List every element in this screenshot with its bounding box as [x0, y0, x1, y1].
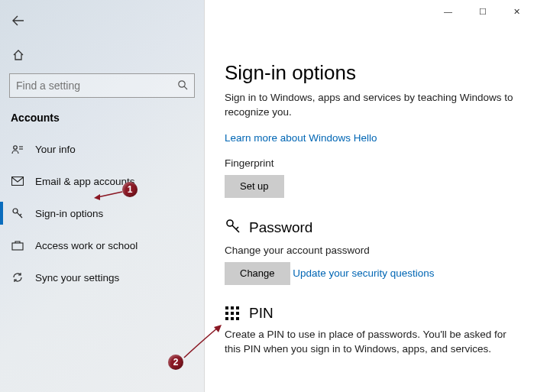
pin-heading: PIN — [225, 305, 514, 322]
back-button[interactable] — [3, 6, 34, 35]
search-box[interactable] — [9, 73, 195, 98]
sidebar-item-work-school[interactable]: Access work or school — [0, 229, 204, 261]
mail-icon — [11, 177, 24, 186]
fingerprint-label: Fingerprint — [225, 157, 514, 169]
svg-line-1 — [184, 86, 187, 89]
sync-icon — [11, 271, 24, 283]
content-pane: — ☐ ✕ Sign-in options Sign in to Windows… — [205, 0, 534, 392]
security-questions-link[interactable]: Update your security questions — [293, 267, 434, 279]
home-icon — [12, 49, 24, 61]
section-heading-label: PIN — [249, 305, 273, 322]
svg-point-0 — [179, 80, 185, 86]
sidebar-item-label: Email & app accounts — [35, 176, 135, 187]
hello-link[interactable]: Learn more about Windows Hello — [225, 132, 377, 144]
category-heading: Accounts — [0, 105, 204, 133]
key-icon — [11, 207, 24, 219]
sidebar-item-email[interactable]: Email & app accounts — [0, 165, 204, 197]
sidebar-item-your-info[interactable]: Your info — [0, 133, 204, 165]
close-button[interactable]: ✕ — [500, 0, 534, 23]
key-icon — [225, 218, 241, 238]
pin-pad-icon — [225, 306, 241, 321]
password-desc: Change your account password — [225, 245, 514, 256]
svg-point-2 — [14, 146, 18, 150]
maximize-button[interactable]: ☐ — [465, 0, 500, 23]
svg-point-6 — [13, 209, 18, 213]
home-button[interactable] — [3, 41, 34, 69]
section-heading-label: Password — [249, 219, 312, 236]
search-input[interactable] — [16, 79, 177, 92]
briefcase-icon — [11, 240, 24, 251]
back-arrow-icon — [12, 15, 24, 27]
search-icon — [177, 79, 188, 92]
sidebar-item-signin[interactable]: Sign-in options — [0, 197, 204, 229]
change-button[interactable]: Change — [225, 262, 290, 285]
annotation-marker-1: 1 — [122, 182, 138, 197]
setup-button[interactable]: Set up — [225, 175, 284, 198]
person-card-icon — [11, 144, 24, 154]
annotation-marker-2: 2 — [168, 355, 183, 370]
svg-rect-7 — [12, 243, 23, 250]
minimize-button[interactable]: — — [431, 0, 465, 23]
page-subtitle: Sign in to Windows, apps and services by… — [225, 91, 514, 120]
sidebar-item-sync[interactable]: Sync your settings — [0, 261, 204, 293]
pin-desc: Create a PIN to use in place of password… — [225, 328, 514, 357]
sidebar-item-label: Sync your settings — [35, 272, 119, 283]
password-heading: Password — [225, 218, 514, 238]
sidebar-item-label: Your info — [35, 144, 76, 155]
svg-point-8 — [227, 220, 233, 226]
page-title: Sign-in options — [225, 61, 514, 85]
sidebar-item-label: Sign-in options — [35, 208, 103, 219]
settings-sidebar: Accounts Your info Email & app accounts … — [0, 0, 205, 392]
sidebar-item-label: Access work or school — [35, 240, 138, 251]
